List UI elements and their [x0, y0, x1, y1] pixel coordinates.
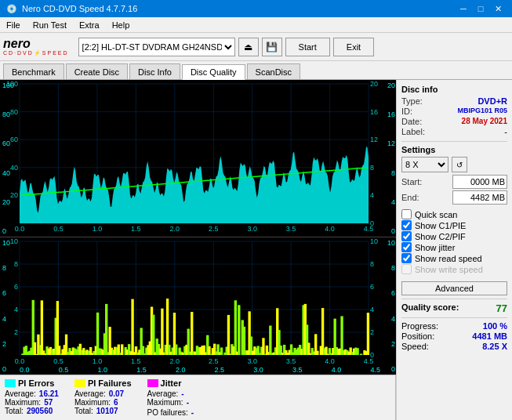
show-read-speed-row: Show read speed	[401, 253, 507, 263]
quick-scan-label: Quick scan	[415, 210, 457, 219]
show-c1-pie-row: Show C1/PIE	[401, 220, 507, 230]
position-row: Position: 4481 MB	[401, 331, 507, 341]
menu-file[interactable]: File	[0, 19, 27, 31]
pi-failures-avg-row: Average: 0.07	[74, 389, 132, 398]
menu-run-test[interactable]: Run Test	[27, 19, 73, 31]
tab-create-disc[interactable]: Create Disc	[66, 63, 128, 79]
upper-y-labels-left: 100806040200	[2, 80, 21, 237]
end-label: End:	[401, 193, 419, 202]
toolbar: nero CD·DVD⚡SPEED [2:2] HL-DT-ST DVDRAM …	[0, 33, 512, 61]
progress-row: Progress: 100 %	[401, 321, 507, 331]
start-input[interactable]	[452, 175, 507, 189]
tab-disc-quality[interactable]: Disc Quality	[182, 64, 245, 80]
menu-extra[interactable]: Extra	[73, 19, 106, 31]
po-failures-val: -	[191, 408, 194, 417]
pi-errors-avg-label: Average:	[5, 389, 36, 398]
show-jitter-checkbox[interactable]	[401, 242, 412, 252]
quick-scan-checkbox[interactable]	[401, 209, 412, 219]
jitter-max-row: Maximum: -	[147, 398, 194, 407]
nero-logo-sub: CD·DVD⚡SPEED	[3, 50, 69, 56]
pi-failures-color	[74, 379, 85, 387]
tab-benchmark[interactable]: Benchmark	[3, 63, 64, 79]
legend-pi-failures: PI Failures Average: 0.07 Maximum: 6 Tot…	[74, 378, 132, 417]
jitter-avg-label: Average:	[147, 389, 179, 398]
disc-label-row: Label: -	[401, 127, 507, 136]
show-c1-pie-label: Show C1/PIE	[415, 221, 466, 230]
menu-help[interactable]: Help	[106, 19, 136, 31]
show-c2-pif-checkbox[interactable]	[401, 231, 412, 241]
exit-button[interactable]: Exit	[333, 38, 374, 56]
minimize-button[interactable]: ─	[456, 2, 471, 15]
nero-logo-text: nero	[3, 38, 69, 50]
jitter-avg-val: -	[181, 389, 183, 398]
jitter-color	[147, 379, 158, 387]
show-write-speed-checkbox[interactable]	[401, 264, 412, 274]
jitter-avg-row: Average: -	[147, 389, 194, 398]
titlebar-title: Nero CD-DVD Speed 4.7.7.16	[22, 4, 137, 13]
disc-label-label: Label:	[401, 127, 425, 136]
lower-x-labels: 0.00.51.01.52.02.53.03.54.04.5	[20, 364, 380, 375]
quick-scan-row: Quick scan	[401, 209, 507, 219]
chart-upper: 100806040200 201612840	[0, 80, 396, 237]
position-label: Position:	[401, 331, 434, 341]
settings-section: Settings 8 X Max 4 X ↺ Start: End:	[401, 145, 507, 205]
chart-lower: 1086420 1086420 0.00.51.01.52.02.53.03.5…	[0, 237, 396, 375]
pi-errors-color	[5, 379, 16, 387]
quality-score-row: Quality score: 77	[401, 302, 507, 314]
pi-failures-avg-label: Average:	[74, 389, 106, 398]
pi-errors-max-val: 57	[44, 398, 53, 407]
refresh-button[interactable]: ↺	[452, 157, 467, 172]
chart-area: 100806040200 201612840 1086420 1086420 0…	[0, 80, 396, 420]
save-button[interactable]: 💾	[262, 38, 282, 56]
legend-pi-errors: PI Errors Average: 16.21 Maximum: 57 Tot…	[5, 378, 59, 417]
pi-failures-max-val: 6	[114, 398, 118, 407]
drive-select[interactable]: [2:2] HL-DT-ST DVDRAM GH24NSD0 LH00	[78, 38, 235, 56]
pi-failures-max-row: Maximum: 6	[74, 398, 132, 407]
divider-2	[401, 299, 507, 299]
pi-failures-total-val: 10107	[96, 407, 118, 415]
close-button[interactable]: ✕	[490, 2, 506, 15]
tab-scan-disc[interactable]: ScanDisc	[247, 63, 300, 79]
lower-y-labels-right: 1086420	[380, 237, 396, 375]
pi-failures-max-label: Maximum:	[74, 398, 111, 407]
titlebar-controls: ─ □ ✕	[456, 2, 506, 15]
show-c1-pie-checkbox[interactable]	[401, 220, 412, 230]
progress-section: Progress: 100 % Position: 4481 MB Speed:…	[401, 321, 507, 351]
right-panel: Disc info Type: DVD+R ID: MBIPG101 R05 D…	[396, 80, 512, 420]
upper-y-labels-right: 201612840	[380, 80, 396, 237]
disc-info-section: Disc info Type: DVD+R ID: MBIPG101 R05 D…	[401, 85, 507, 136]
pi-failures-total-row: Total: 10107	[74, 407, 132, 415]
tab-disc-info[interactable]: Disc Info	[129, 63, 180, 79]
pi-errors-total-row: Total: 290560	[5, 407, 59, 415]
disc-info-title: Disc info	[401, 85, 507, 94]
start-row: Start:	[401, 175, 507, 189]
progress-value: 100 %	[483, 321, 507, 331]
speed-select[interactable]: 8 X Max 4 X	[401, 157, 448, 172]
show-read-speed-label: Show read speed	[415, 254, 482, 263]
pi-errors-max-row: Maximum: 57	[5, 398, 59, 407]
jitter-label: Jitter	[161, 378, 182, 388]
show-read-speed-checkbox[interactable]	[401, 253, 412, 263]
speed-progress-value: 8.25 X	[482, 342, 507, 351]
pi-errors-max-label: Maximum:	[5, 398, 41, 407]
lower-y-labels-left: 1086420	[2, 237, 21, 375]
po-failures-label: PO failures:	[147, 408, 188, 417]
show-jitter-label: Show jitter	[415, 243, 455, 252]
settings-title: Settings	[401, 145, 507, 154]
show-jitter-row: Show jitter	[401, 242, 507, 252]
eject-button[interactable]: ⏏	[238, 38, 259, 56]
pi-failures-total-label: Total:	[74, 407, 93, 415]
speed-row: 8 X Max 4 X ↺	[401, 157, 507, 172]
menubar: File Run Test Extra Help	[0, 17, 512, 33]
pi-failures-label: PI Failures	[88, 378, 132, 388]
tabs: Benchmark Create Disc Disc Info Disc Qua…	[0, 61, 512, 80]
pi-errors-total-val: 290560	[27, 407, 53, 415]
maximize-button[interactable]: □	[473, 2, 488, 15]
show-c2-pif-row: Show C2/PIF	[401, 231, 507, 241]
disc-id-label: ID:	[401, 107, 412, 116]
end-input[interactable]	[452, 190, 507, 205]
quality-score-value: 77	[496, 302, 507, 314]
main-content: 100806040200 201612840 1086420 1086420 0…	[0, 80, 512, 420]
start-button[interactable]: Start	[285, 38, 330, 56]
advanced-button[interactable]: Advanced	[401, 281, 507, 295]
